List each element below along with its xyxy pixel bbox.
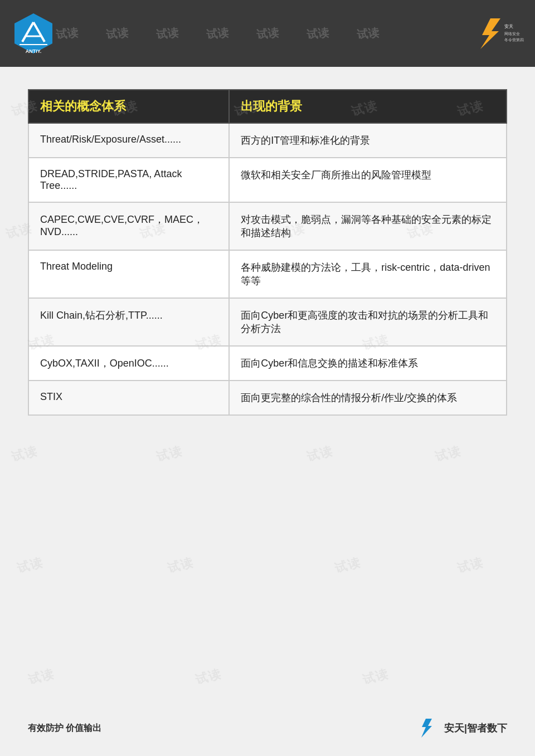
svg-text:冬令营第四届: 冬令营第四届 bbox=[504, 38, 524, 42]
footer-left-text: 有效防护 价值输出 bbox=[28, 723, 101, 734]
watermark-19: 试读 bbox=[333, 554, 363, 577]
table-cell-right-6: 面向更完整的综合性的情报分析/作业/交换的体系 bbox=[229, 381, 507, 415]
watermark-21: 试读 bbox=[26, 665, 56, 688]
table-row: CAPEC,CWE,CVE,CVRF，MAEC，NVD......对攻击模式，脆… bbox=[28, 202, 507, 250]
header: ANTIY. 试读 试读 试读 试读 试读 试读 试读 安天 网络安全 冬令营第… bbox=[0, 0, 535, 67]
header-watermark-1: 试读 bbox=[56, 25, 79, 42]
table-cell-right-5: 面向Cyber和信息交换的描述和标准体系 bbox=[229, 346, 507, 381]
svg-marker-10 bbox=[421, 719, 432, 738]
footer-right-logo: 安天|智者数下 bbox=[411, 717, 507, 739]
table-row: DREAD,STRIDE,PASTA, Attack Tree......微软和… bbox=[28, 158, 507, 202]
watermark-13: 试读 bbox=[9, 442, 40, 465]
table-cell-left-3: Threat Modeling bbox=[28, 250, 229, 298]
header-watermark-7: 试读 bbox=[356, 25, 380, 42]
header-watermarks: 试读 试读 试读 试读 试读 试读 试读 bbox=[56, 0, 446, 67]
table-cell-left-0: Threat/Risk/Exposure/Asset...... bbox=[28, 123, 229, 158]
table-header-right: 出现的背景 bbox=[229, 90, 507, 123]
header-watermark-4: 试读 bbox=[206, 25, 229, 42]
table-cell-right-3: 各种威胁建模的方法论，工具，risk-centric，data-driven等等 bbox=[229, 250, 507, 298]
watermark-23: 试读 bbox=[361, 665, 391, 688]
table-cell-right-0: 西方的IT管理和标准化的背景 bbox=[229, 123, 507, 158]
table-row: CybOX,TAXII，OpenIOC......面向Cyber和信息交换的描述… bbox=[28, 346, 507, 381]
watermark-16: 试读 bbox=[433, 442, 463, 465]
svg-marker-0 bbox=[14, 13, 52, 53]
table-row: Threat/Risk/Exposure/Asset......西方的IT管理和… bbox=[28, 123, 507, 158]
header-right-logo: 安天 网络安全 冬令营第四届 bbox=[457, 14, 524, 53]
table-cell-left-5: CybOX,TAXII，OpenIOC...... bbox=[28, 346, 229, 381]
watermark-18: 试读 bbox=[166, 554, 196, 577]
table-cell-left-6: STIX bbox=[28, 381, 229, 415]
table-cell-left-4: Kill Chain,钻石分析,TTP...... bbox=[28, 298, 229, 346]
logo-area: ANTIY. bbox=[11, 11, 56, 56]
footer-logo-text: 安天|智者数下 bbox=[444, 721, 507, 735]
svg-text:安天: 安天 bbox=[504, 24, 513, 29]
footer: 有效防护 价值输出 安天|智者数下 bbox=[28, 717, 507, 739]
header-watermark-3: 试读 bbox=[155, 25, 179, 42]
watermark-22: 试读 bbox=[193, 665, 223, 688]
table-row: Threat Modeling各种威胁建模的方法论，工具，risk-centri… bbox=[28, 250, 507, 298]
svg-text:网络安全: 网络安全 bbox=[504, 32, 520, 36]
logo-hexagon: ANTIY. bbox=[11, 11, 56, 56]
table-cell-left-1: DREAD,STRIDE,PASTA, Attack Tree...... bbox=[28, 158, 229, 202]
table-cell-right-4: 面向Cyber和更高强度的攻击和对抗的场景的分析工具和分析方法 bbox=[229, 298, 507, 346]
concept-table: 相关的概念体系 出现的背景 Threat/Risk/Exposure/Asset… bbox=[28, 89, 507, 416]
svg-text:ANTIY.: ANTIY. bbox=[26, 48, 42, 54]
watermark-20: 试读 bbox=[455, 554, 485, 577]
table-row: Kill Chain,钻石分析,TTP......面向Cyber和更高强度的攻击… bbox=[28, 298, 507, 346]
table-cell-right-1: 微软和相关安全厂商所推出的风险管理模型 bbox=[229, 158, 507, 202]
main-content: 相关的概念体系 出现的背景 Threat/Risk/Exposure/Asset… bbox=[0, 67, 535, 432]
table-cell-right-2: 对攻击模式，脆弱点，漏洞等各种基础的安全元素的标定和描述结构 bbox=[229, 202, 507, 250]
watermark-17: 试读 bbox=[15, 554, 45, 577]
table-row: STIX面向更完整的综合性的情报分析/作业/交换的体系 bbox=[28, 381, 507, 415]
table-cell-left-2: CAPEC,CWE,CVE,CVRF，MAEC，NVD...... bbox=[28, 202, 229, 250]
header-watermark-6: 试读 bbox=[306, 25, 329, 42]
watermark-15: 试读 bbox=[305, 442, 335, 465]
svg-marker-6 bbox=[480, 18, 500, 49]
table-header-left: 相关的概念体系 bbox=[28, 90, 229, 123]
header-watermark-5: 试读 bbox=[256, 25, 279, 42]
header-watermark-2: 试读 bbox=[105, 25, 129, 42]
watermark-14: 试读 bbox=[154, 442, 184, 465]
